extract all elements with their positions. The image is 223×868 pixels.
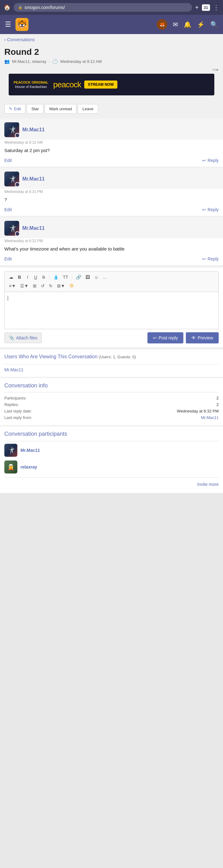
clock-icon: 🕐 [52,59,58,64]
viewers-stats: (Users: 1, Guests: 0) [99,354,136,359]
page-title: Round 2 [4,47,219,57]
site-logo[interactable]: 🐯 [15,18,29,31]
message-card: 🤺 Mr.Mac11 Wednesday at 9:12 AM Saturday… [0,119,223,166]
lightning-icon[interactable]: ⚡ [197,21,205,28]
last-reply-date-value: Wednesday at 6:32 PM [177,409,219,413]
message-time: Wednesday at 6:31 PM [0,189,223,196]
message-edit-link[interactable]: Edit [4,207,12,212]
user-avatar-header[interactable]: 🦊 [157,19,167,30]
reply-button[interactable]: ↩ Reply [202,158,219,163]
align-button[interactable]: ≡▼ [8,283,17,289]
star-button[interactable]: Star [27,104,43,114]
username[interactable]: Mr.Mac11 [22,176,44,182]
section-divider [4,364,219,365]
info-row-participants: Participants: 2 [4,395,219,401]
edit-icon: ✎ [9,106,12,111]
message-edit-link[interactable]: Edit [4,256,12,261]
home-icon[interactable]: 🏠 [4,4,10,11]
message-card: 🤺 Mr.Mac11 Wednesday at 6:31 PM ? Edit ↩… [0,168,223,216]
conv-participants-section: Conversation participants 🤺 Mr.Mac11 🧝 r… [0,426,223,493]
message-text: What's your timezone and when are you av… [0,245,223,254]
participant-name[interactable]: relaxray [21,465,37,469]
message-header: 🤺 Mr.Mac11 [0,217,223,238]
message-header: 🤺 Mr.Mac11 [0,119,223,140]
dot-separator: · [49,59,50,64]
viewer-link[interactable]: Mr.Mac11 [4,367,23,372]
image-button[interactable]: 🖼 [84,274,91,280]
strikethrough-button[interactable]: S [40,274,47,280]
ad-right: peacock STREAM NOW [53,80,117,90]
search-icon[interactable]: 🔍 [210,21,218,28]
reply-icon: ↩ [202,158,206,163]
ad-peacock-label: PEACOCK ORIGINAL [13,81,48,84]
insert-button[interactable]: ⊞▼ [56,283,66,289]
page-time: Wednesday at 9:12 AM [60,59,102,64]
italic-button[interactable]: I [25,274,31,280]
reply-button[interactable]: ↩ Reply [202,207,219,212]
participants-value: 2 [217,396,219,400]
color-button[interactable]: 💧 [52,274,60,280]
attach-files-button[interactable]: 📎 Attach files [4,333,42,343]
settings-button[interactable]: ⚙ [68,282,75,289]
editor-cursor [8,296,8,301]
participant-avatar: 🧝 [4,461,17,473]
url-bar[interactable]: 🔒 smogon.com/forums/ [13,3,192,12]
participants-icon: 👥 [4,59,10,64]
toolbar-divider [49,274,50,280]
info-row-last-date: Last reply date: Wednesday at 6:32 PM [4,408,219,414]
reply-button[interactable]: ↩ Reply [202,256,219,261]
chevron-left-icon: ‹ [4,37,6,42]
breadcrumb-bar: ‹ Conversations [0,34,223,45]
section-divider [4,392,219,392]
post-reply-button[interactable]: ↩ Post reply [148,332,183,343]
eraser-button[interactable]: ☁ [8,274,14,280]
edit-button[interactable]: ✎ Edit [4,104,25,114]
participant-name[interactable]: Mr.Mac11 [21,448,40,453]
mark-unread-button[interactable]: Mark unread [44,104,76,114]
stream-now-button[interactable]: STREAM NOW [84,81,117,89]
breadcrumb-label: Conversations [7,37,35,42]
leave-button[interactable]: Leave [78,104,98,114]
mail-icon[interactable]: ✉ [173,21,178,28]
last-reply-date-label: Last reply date: [4,409,32,413]
link-button[interactable]: 🔗 [75,274,83,280]
avatar: 🤺 [4,172,19,186]
ad-label: Ad ▶ [4,68,219,71]
underline-button[interactable]: U [33,274,39,280]
viewers-section: Users Who Are Viewing This Conversation … [0,350,223,377]
avatar-badge [15,133,19,137]
font-size-button[interactable]: TT [62,274,69,280]
section-divider [4,441,219,441]
message-text: Saturday at 2 pm pst? [0,147,223,156]
undo-button[interactable]: ↺ [40,283,46,289]
ad-banner[interactable]: PEACOCK ORIGINAL House of Kardashian pea… [9,74,214,95]
avatar: 🤺 [4,122,19,137]
bold-button[interactable]: B [17,274,23,280]
editor-footer: 📎 Attach files ↩ Post reply 👁 Preview [4,329,219,343]
tab-count[interactable]: 31 [202,4,210,11]
editor-area[interactable] [4,292,219,329]
last-reply-from-value[interactable]: Mr.Mac11 [201,415,219,420]
more-icon[interactable]: ⋮ [213,4,219,11]
preview-button[interactable]: 👁 Preview [186,332,219,343]
redo-button[interactable]: ↻ [48,283,54,289]
username[interactable]: Mr.Mac11 [22,225,44,231]
header-left: ☰ 🐯 [5,18,29,31]
conv-info-title: Conversation info [4,382,219,389]
breadcrumb-link[interactable]: ‹ Conversations [4,37,219,42]
notifications-icon[interactable]: 🔔 [184,21,191,28]
list-button[interactable]: ☰▼ [19,283,30,289]
table-button[interactable]: ⊞ [32,283,38,289]
add-tab-icon[interactable]: + [195,4,199,11]
more-options-button[interactable]: ... [102,274,108,280]
viewers-title: Users Who Are Viewing This Conversation [4,354,98,360]
emoji-button[interactable]: ☺ [93,274,100,280]
section-divider [4,477,219,477]
toolbar-divider [72,274,72,280]
participant-row: 🤺 Mr.Mac11 [4,444,219,457]
username[interactable]: Mr.Mac11 [22,127,44,132]
ad-show-name: House of Kardashian [15,85,47,89]
message-edit-link[interactable]: Edit [4,158,12,163]
invite-more-button[interactable]: Invite more [4,480,219,489]
hamburger-icon[interactable]: ☰ [5,21,11,29]
